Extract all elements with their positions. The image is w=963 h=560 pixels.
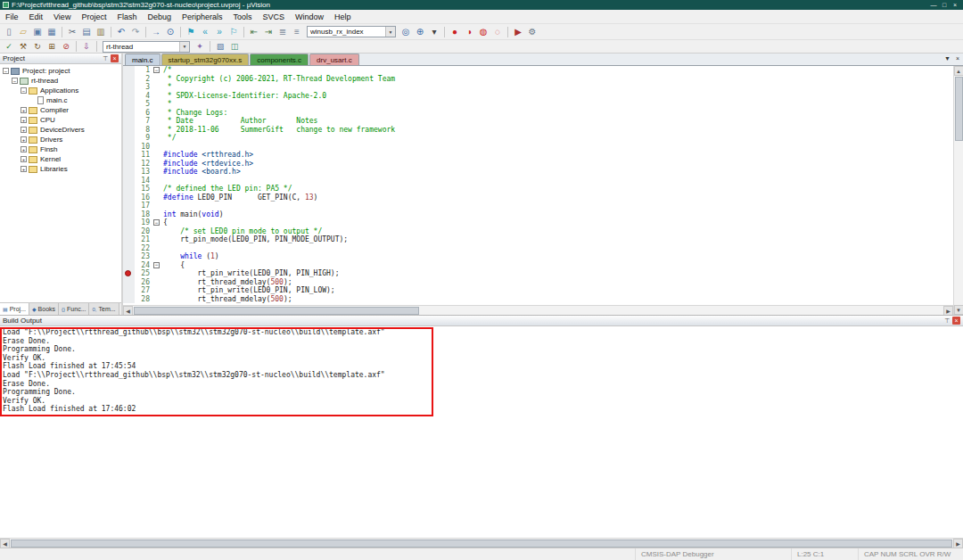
tab-close-icon[interactable]: × — [956, 55, 959, 62]
breakpoint-gutter[interactable] — [123, 218, 135, 227]
comment-selection-icon[interactable]: ≣ — [276, 26, 290, 38]
fold-margin[interactable]: − — [152, 66, 161, 75]
tree-item-project-project[interactable]: −Project: project — [0, 66, 121, 76]
maximize-button[interactable]: □ — [939, 2, 950, 8]
configure-flash-tools-icon[interactable]: ⚙ — [525, 26, 539, 38]
build-output-pin-icon[interactable]: ⊤ — [944, 317, 950, 325]
breakpoint-gutter[interactable] — [123, 126, 135, 135]
panel-tab-books[interactable]: ◆Books — [29, 303, 59, 315]
code-line[interactable]: 13#include <board.h> — [123, 168, 953, 177]
breakpoint-gutter[interactable] — [123, 244, 135, 253]
breakpoint-gutter[interactable] — [123, 168, 135, 177]
tree-item-drivers[interactable]: +Drivers — [0, 135, 121, 144]
tree-item-cpu[interactable]: +CPU — [0, 115, 121, 125]
project-panel-close-icon[interactable]: × — [111, 54, 119, 62]
breakpoint-gutter[interactable] — [123, 83, 135, 92]
editor-vscrollbar[interactable]: ▲ ▼ — [953, 66, 963, 315]
fold-margin[interactable] — [152, 286, 161, 295]
tree-expander-icon[interactable]: + — [21, 136, 27, 143]
menu-flash[interactable]: Flash — [111, 12, 142, 21]
breakpoint-gutter[interactable] — [123, 134, 135, 143]
breakpoint-gutter[interactable] — [123, 75, 135, 84]
code-line[interactable]: 1−/* — [123, 66, 953, 75]
kill-all-breakpoints-icon[interactable]: ◌ — [490, 26, 505, 38]
menu-debug[interactable]: Debug — [142, 12, 177, 21]
tree-item-devicedrivers[interactable]: +DeviceDrivers — [0, 125, 121, 135]
cut-icon[interactable]: ✂ — [65, 26, 79, 38]
code-line[interactable]: 28 rt_thread_mdelay(500); — [123, 295, 953, 304]
menu-peripherals[interactable]: Peripherals — [177, 12, 228, 21]
code-line[interactable]: 5 * — [123, 100, 953, 109]
tree-item-rt-thread[interactable]: −rt-thread — [0, 76, 121, 86]
build-output-close-icon[interactable]: × — [952, 317, 960, 325]
breakpoint-gutter[interactable] — [123, 177, 135, 185]
find-text-combo-dropdown-arrow[interactable]: ▼ — [385, 27, 395, 37]
build-hscroll-track[interactable] — [10, 539, 953, 548]
redo-icon[interactable]: ↷ — [128, 26, 143, 38]
minimize-button[interactable]: — — [928, 2, 939, 8]
breakpoint-gutter[interactable] — [123, 109, 135, 118]
tree-expander-icon[interactable]: + — [21, 117, 27, 123]
batch-build-icon[interactable]: ⊞ — [45, 41, 59, 52]
fold-margin[interactable] — [152, 252, 161, 261]
menu-view[interactable]: View — [48, 12, 76, 21]
fold-margin[interactable] — [152, 244, 161, 253]
breakpoint-gutter[interactable] — [123, 261, 135, 270]
menu-project[interactable]: Project — [76, 12, 111, 21]
breakpoint-gutter[interactable] — [123, 92, 135, 101]
enable-disable-breakpoint-icon[interactable]: ◑ — [462, 26, 476, 38]
scroll-left-icon[interactable]: ◀ — [123, 306, 133, 316]
code-line[interactable]: 11#include <rtthread.h> — [123, 151, 953, 160]
fold-margin[interactable] — [152, 227, 161, 236]
breakpoint-gutter[interactable] — [123, 295, 135, 304]
pin-icon[interactable]: ⊤ — [103, 55, 108, 62]
breakpoint-gutter[interactable] — [123, 269, 135, 278]
tree-item-kernel[interactable]: +Kernel — [0, 154, 121, 164]
fold-margin[interactable] — [152, 100, 161, 109]
fold-margin[interactable] — [152, 185, 161, 194]
scroll-down-icon[interactable]: ▼ — [954, 305, 963, 315]
fold-margin[interactable] — [152, 109, 161, 118]
zoom-menu-arrow-icon[interactable]: ▾ — [427, 26, 441, 38]
fold-margin[interactable]: − — [152, 261, 161, 270]
insert-breakpoint-icon[interactable]: ● — [448, 26, 462, 38]
fold-margin[interactable] — [152, 117, 161, 126]
fold-margin[interactable] — [152, 75, 161, 84]
uncomment-selection-icon[interactable]: ≡ — [290, 26, 304, 38]
build-output-hscrollbar[interactable]: ◀ ▶ — [0, 538, 963, 548]
code-line[interactable]: 10 — [123, 143, 953, 152]
fold-toggle-icon[interactable]: − — [153, 262, 160, 268]
fold-margin[interactable] — [152, 83, 161, 92]
fold-margin[interactable] — [152, 202, 161, 210]
menu-edit[interactable]: Edit — [24, 12, 49, 21]
fold-margin[interactable] — [152, 168, 161, 177]
code-line[interactable]: 12#include <rtdevice.h> — [123, 160, 953, 169]
breakpoint-gutter[interactable] — [123, 185, 135, 194]
tree-item-applications[interactable]: −Applications — [0, 86, 121, 95]
breakpoint-gutter[interactable] — [123, 194, 135, 202]
fold-margin[interactable] — [152, 160, 161, 169]
fold-margin[interactable] — [152, 134, 161, 143]
breakpoint-gutter[interactable] — [123, 278, 135, 287]
code-line[interactable]: 20 /* set LED0 pin mode to output */ — [123, 227, 953, 236]
scroll-right-icon[interactable]: ▶ — [943, 306, 953, 316]
goto-line-icon[interactable]: → — [149, 26, 163, 38]
code-line[interactable]: 24− { — [123, 261, 953, 270]
open-file-icon[interactable]: ▱ — [16, 26, 30, 38]
save-all-icon[interactable]: ▦ — [45, 26, 59, 38]
find-text-combo[interactable]: winusb_rx_index▼ — [307, 26, 396, 37]
fold-toggle-icon[interactable]: − — [153, 219, 160, 226]
editor-tab-components-c[interactable]: components.c — [250, 54, 309, 65]
code-line[interactable]: 17 — [123, 202, 953, 210]
tree-item-main-c[interactable]: main.c — [0, 95, 121, 105]
breakpoint-gutter[interactable] — [123, 160, 135, 169]
code-line[interactable]: 4 * SPDX-License-Identifier: Apache-2.0 — [123, 92, 953, 101]
panel-tab-func[interactable]: {}Func... — [59, 303, 89, 315]
build-scroll-right-icon[interactable]: ▶ — [953, 539, 963, 548]
menu-svcs[interactable]: SVCS — [258, 12, 291, 21]
code-line[interactable]: 25 rt_pin_write(LED0_PIN, PIN_HIGH); — [123, 269, 953, 278]
menu-help[interactable]: Help — [329, 12, 357, 21]
fold-margin[interactable] — [152, 295, 161, 304]
tree-item-libraries[interactable]: +Libraries — [0, 164, 121, 174]
breakpoint-gutter[interactable] — [123, 117, 135, 126]
